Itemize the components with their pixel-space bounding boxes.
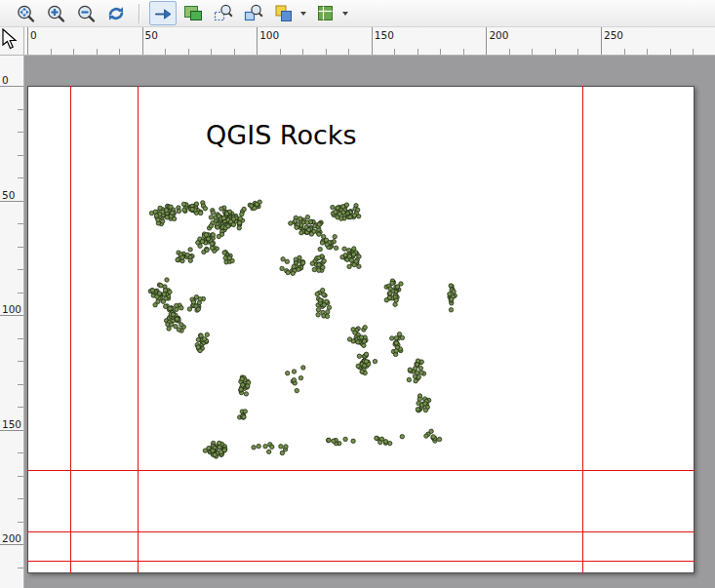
ruler-tick bbox=[18, 132, 23, 133]
ruler-tick bbox=[18, 109, 23, 110]
ruler-tick bbox=[18, 522, 23, 523]
ruler-tick bbox=[51, 49, 52, 55]
zoom-in-icon bbox=[45, 3, 66, 24]
ruler-tick bbox=[18, 269, 23, 270]
toolbar-separator bbox=[139, 4, 140, 23]
composer-canvas[interactable]: QGIS Rocks bbox=[24, 56, 715, 588]
raise-items-dropdown-caret-icon[interactable] bbox=[300, 12, 306, 16]
mouse-cursor-icon bbox=[2, 28, 20, 54]
ruler-tick bbox=[188, 49, 189, 55]
ruler-tick bbox=[18, 155, 23, 156]
ruler-tick bbox=[0, 315, 24, 316]
refresh-view-icon bbox=[105, 3, 127, 24]
ruler-label: 250 bbox=[604, 29, 623, 41]
zoom-to-selection-button[interactable] bbox=[210, 1, 237, 25]
guide-horizontal[interactable] bbox=[27, 531, 695, 532]
ruler-tick bbox=[27, 27, 28, 56]
ruler-tick bbox=[693, 49, 694, 55]
ruler-tick bbox=[0, 544, 24, 545]
zoom-in-button[interactable] bbox=[42, 1, 69, 25]
ruler-tick bbox=[119, 49, 120, 55]
add-new-map-button[interactable] bbox=[179, 1, 207, 25]
ruler-label: 200 bbox=[489, 29, 508, 41]
guide-vertical[interactable] bbox=[582, 86, 583, 573]
guide-vertical[interactable] bbox=[138, 86, 139, 573]
ruler-tick bbox=[463, 49, 464, 55]
ruler-tick bbox=[0, 86, 24, 87]
ruler-tick bbox=[577, 49, 578, 55]
map-points-svg bbox=[28, 87, 695, 574]
ruler-label: 100 bbox=[2, 303, 21, 315]
ruler-tick bbox=[670, 49, 671, 55]
ruler-tick bbox=[302, 49, 303, 55]
ruler-tick bbox=[440, 49, 441, 55]
refresh-view-button[interactable] bbox=[102, 1, 130, 25]
ruler-tick bbox=[372, 27, 373, 56]
guide-horizontal[interactable] bbox=[27, 561, 695, 562]
ruler-tick bbox=[0, 430, 24, 431]
ruler-tick bbox=[257, 27, 258, 56]
ruler-tick bbox=[348, 49, 349, 55]
zoom-out-icon bbox=[75, 3, 97, 24]
ruler-tick bbox=[97, 49, 98, 55]
align-items-button[interactable] bbox=[312, 1, 339, 25]
ruler-tick bbox=[647, 49, 648, 55]
ruler-tick bbox=[555, 49, 556, 55]
ruler-tick bbox=[18, 476, 23, 477]
add-new-map-icon bbox=[182, 3, 204, 24]
ruler-tick bbox=[18, 223, 23, 224]
ruler-tick bbox=[18, 384, 23, 385]
ruler-tick bbox=[211, 49, 212, 55]
ruler-tick bbox=[18, 407, 23, 408]
horizontal-ruler[interactable]: 050100150200250 bbox=[24, 27, 715, 56]
move-item-content-button[interactable] bbox=[149, 1, 177, 25]
zoom-full-button[interactable] bbox=[12, 1, 39, 25]
raise-items-button[interactable] bbox=[270, 1, 298, 25]
align-items-icon bbox=[315, 3, 337, 24]
guide-vertical[interactable] bbox=[70, 86, 71, 573]
ruler-tick bbox=[18, 338, 23, 339]
raise-items-icon bbox=[273, 3, 295, 24]
ruler-tick bbox=[73, 49, 74, 55]
guide-horizontal[interactable] bbox=[27, 470, 695, 471]
ruler-tick bbox=[0, 201, 24, 202]
ruler-label: 200 bbox=[2, 532, 21, 544]
ruler-tick bbox=[486, 27, 487, 56]
ruler-tick bbox=[234, 49, 235, 55]
zoom-out-button[interactable] bbox=[72, 1, 99, 25]
ruler-tick bbox=[165, 49, 166, 55]
ruler-label: 50 bbox=[145, 29, 158, 41]
ruler-label: 0 bbox=[2, 74, 9, 86]
ruler-label: 150 bbox=[375, 29, 394, 41]
ruler-tick bbox=[18, 498, 23, 499]
zoom-full-icon bbox=[15, 3, 36, 24]
zoom-to-region-icon bbox=[243, 3, 264, 24]
ruler-tick bbox=[532, 49, 533, 55]
ruler-label: 0 bbox=[30, 29, 37, 41]
align-items-dropdown-caret-icon[interactable] bbox=[342, 12, 348, 16]
zoom-to-selection-icon bbox=[213, 3, 234, 24]
ruler-tick bbox=[18, 247, 23, 248]
ruler-tick bbox=[509, 49, 510, 55]
ruler-tick bbox=[394, 49, 395, 55]
vertical-ruler[interactable]: 050100150200 bbox=[0, 56, 24, 588]
move-item-content-icon bbox=[152, 3, 174, 24]
ruler-tick bbox=[417, 49, 418, 55]
ruler-tick bbox=[601, 27, 602, 56]
ruler-label: 150 bbox=[2, 418, 21, 430]
ruler-tick bbox=[18, 293, 23, 294]
ruler-tick bbox=[18, 361, 23, 362]
ruler-tick bbox=[18, 177, 23, 178]
zoom-to-region-button[interactable] bbox=[240, 1, 267, 25]
ruler-label: 50 bbox=[2, 189, 15, 201]
page[interactable]: QGIS Rocks bbox=[27, 86, 695, 573]
ruler-tick bbox=[326, 49, 327, 55]
ruler-tick bbox=[18, 568, 23, 568]
ruler-tick bbox=[142, 27, 143, 56]
ruler-tick bbox=[280, 49, 281, 55]
ruler-tick bbox=[624, 49, 625, 55]
ruler-tick bbox=[18, 452, 23, 453]
ruler-label: 100 bbox=[259, 29, 279, 41]
toolbar bbox=[0, 0, 715, 27]
